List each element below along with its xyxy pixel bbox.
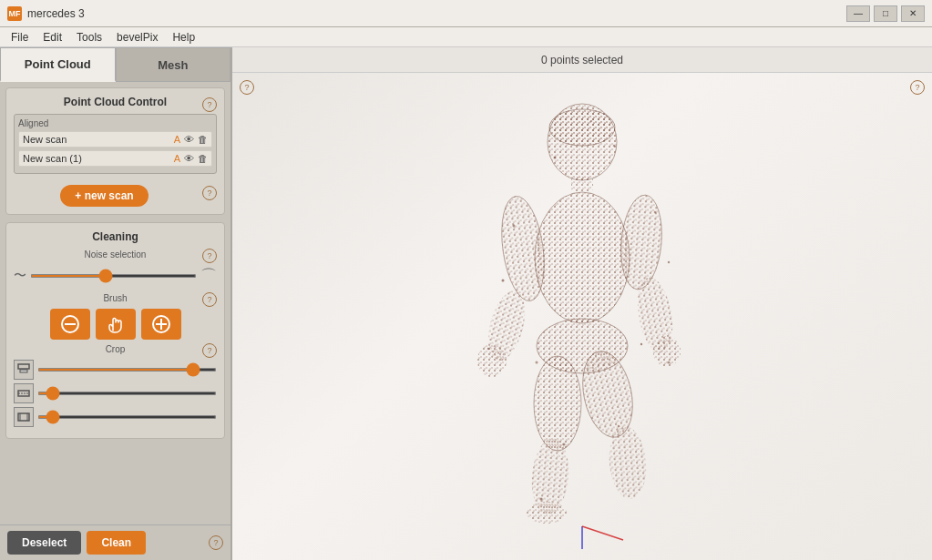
svg-point-37 — [654, 210, 656, 212]
brush-label: Brush — [55, 293, 177, 303]
noise-max-icon: ⌒ — [200, 265, 217, 287]
noise-slider-container: 〜 ⌒ — [14, 265, 217, 287]
crop-row-3 — [14, 407, 217, 427]
title-controls: — □ ✕ — [846, 5, 925, 22]
scan-icon-eye-1[interactable]: 👁 — [184, 134, 194, 145]
menu-edit[interactable]: Edit — [36, 29, 69, 46]
panel-content: Point Cloud Control ? Aligned New scan A… — [0, 82, 230, 524]
svg-point-38 — [502, 279, 505, 281]
viewport: 0 points selected ? ? — [232, 47, 932, 560]
tab-point-cloud[interactable]: Point Cloud — [0, 47, 116, 82]
points-selected-text: 0 points selected — [541, 54, 623, 66]
menu-file[interactable]: File — [4, 29, 36, 46]
bottom-help-icon[interactable]: ? — [209, 535, 223, 550]
noise-help-icon[interactable]: ? — [202, 249, 217, 263]
3d-figure — [423, 80, 742, 554]
menu-bar: File Edit Tools bevelPix Help — [0, 27, 932, 47]
title-bar: MF mercedes 3 — □ ✕ — [0, 0, 932, 27]
svg-rect-6 — [20, 370, 27, 372]
svg-point-42 — [563, 443, 566, 445]
svg-point-39 — [668, 260, 670, 262]
new-scan-help-icon[interactable]: ? — [202, 186, 217, 200]
noise-label: Noise selection — [55, 249, 177, 260]
crop-label: Crop — [55, 344, 177, 354]
svg-point-35 — [590, 120, 592, 122]
svg-point-18 — [535, 192, 630, 323]
crop-icon-top — [14, 360, 34, 380]
title-bar-left: MF mercedes 3 — [7, 6, 85, 21]
svg-point-21 — [477, 344, 507, 377]
menu-bevelpix[interactable]: bevelPix — [109, 29, 165, 46]
crop-help-icon[interactable]: ? — [202, 343, 217, 358]
bottom-buttons: Deselect Clean ? — [0, 524, 230, 560]
tab-mesh[interactable]: Mesh — [116, 47, 231, 82]
scan-icon-a-2[interactable]: A — [174, 153, 180, 164]
svg-point-28 — [527, 502, 567, 524]
svg-point-24 — [653, 336, 681, 367]
brush-hand-button[interactable] — [96, 309, 136, 340]
svg-point-44 — [540, 497, 543, 500]
pcc-section: Point Cloud Control ? Aligned New scan A… — [5, 87, 225, 215]
viewport-header: 0 points selected — [232, 47, 932, 73]
aligned-group: Aligned New scan A 👁 🗑 New scan (1) A 👁 … — [14, 114, 217, 174]
viewport-body[interactable]: ? ? — [232, 73, 932, 560]
title-text: mercedes 3 — [27, 7, 85, 20]
scan-icon-del-1[interactable]: 🗑 — [198, 134, 208, 145]
clean-button[interactable]: Clean — [87, 531, 146, 555]
svg-point-41 — [640, 342, 642, 344]
viewport-help-right[interactable]: ? — [910, 80, 925, 95]
svg-line-32 — [582, 526, 623, 540]
minimize-button[interactable]: — — [846, 5, 870, 22]
menu-tools[interactable]: Tools — [69, 29, 109, 46]
crop-icon-mid — [14, 383, 34, 403]
scan-icon-a-1[interactable]: A — [174, 134, 180, 145]
brush-buttons — [14, 309, 217, 340]
svg-point-34 — [613, 144, 615, 146]
crop-top-slider[interactable] — [37, 368, 217, 372]
svg-rect-5 — [18, 364, 29, 369]
new-scan-button[interactable]: + new scan — [60, 185, 148, 207]
brush-plus-button[interactable] — [141, 309, 181, 340]
restore-button[interactable]: □ — [874, 5, 897, 22]
aligned-label: Aligned — [18, 118, 212, 128]
crop-row-1 — [14, 360, 217, 380]
deselect-button[interactable]: Deselect — [7, 531, 81, 555]
close-button[interactable]: ✕ — [901, 5, 925, 22]
cleaning-section: Cleaning Noise selection ? 〜 ⌒ — [5, 222, 225, 439]
svg-point-26 — [534, 356, 581, 451]
main-layout: Point Cloud Mesh Point Cloud Control ? A… — [0, 47, 932, 560]
svg-point-33 — [554, 156, 557, 158]
scan-name-1: New scan — [23, 134, 170, 145]
svg-point-36 — [513, 224, 516, 227]
viewport-help-left[interactable]: ? — [240, 80, 254, 95]
svg-rect-17 — [571, 177, 593, 191]
scan-row-1: New scan A 👁 🗑 — [18, 131, 212, 148]
pcc-help-icon[interactable]: ? — [202, 97, 217, 112]
crop-row-2 — [14, 383, 217, 403]
brush-minus-button[interactable] — [50, 309, 90, 340]
scan-icon-del-2[interactable]: 🗑 — [198, 153, 208, 164]
scan-row-2: New scan (1) A 👁 🗑 — [18, 150, 212, 167]
left-panel: Point Cloud Mesh Point Cloud Control ? A… — [0, 47, 232, 560]
svg-point-43 — [618, 424, 620, 426]
menu-help[interactable]: Help — [165, 29, 202, 46]
tabs: Point Cloud Mesh — [0, 47, 230, 82]
svg-point-45 — [487, 347, 489, 349]
noise-min-icon: 〜 — [14, 268, 26, 284]
svg-point-16 — [549, 109, 615, 146]
scan-icon-eye-2[interactable]: 👁 — [184, 153, 194, 164]
pcc-header: Point Cloud Control ? — [14, 96, 217, 114]
crop-bot-slider[interactable] — [37, 415, 217, 419]
scan-name-2: New scan (1) — [23, 153, 170, 164]
crop-icon-bot — [14, 407, 34, 427]
cleaning-title: Cleaning — [14, 230, 217, 243]
brush-help-icon[interactable]: ? — [202, 292, 217, 307]
app-icon: MF — [7, 6, 22, 21]
svg-point-40 — [536, 361, 538, 363]
crop-mid-slider[interactable] — [37, 392, 217, 395]
svg-point-46 — [668, 361, 671, 363]
pcc-title: Point Cloud Control — [55, 96, 177, 108]
noise-slider[interactable] — [30, 274, 197, 278]
